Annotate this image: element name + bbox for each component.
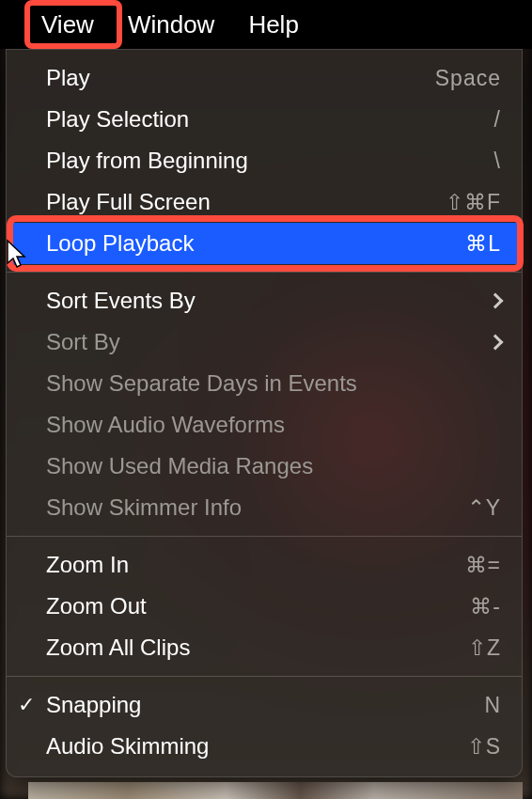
menu-item-label: Zoom Out: [46, 593, 470, 619]
view-menu-dropdown: Play Space Play Selection / Play from Be…: [6, 49, 523, 777]
menu-separator: [7, 676, 522, 677]
menu-item-label: Show Separate Days in Events: [46, 370, 501, 397]
menu-item-sort-by: Sort By: [7, 321, 522, 363]
menu-item-play-selection[interactable]: Play Selection /: [7, 99, 522, 140]
menu-item-show-used-media-ranges: Show Used Media Ranges: [7, 446, 522, 487]
menu-item-play-full-screen[interactable]: Play Full Screen ⇧⌘F: [7, 181, 522, 223]
menu-item-snapping[interactable]: ✓ Snapping N: [7, 684, 522, 726]
menu-item-zoom-all-clips[interactable]: Zoom All Clips ⇧Z: [7, 627, 522, 668]
menu-item-label: Audio Skimming: [46, 733, 467, 760]
menu-item-play[interactable]: Play Space: [7, 57, 522, 99]
menu-item-label: Play Full Screen: [46, 189, 446, 215]
menu-item-shortcut: ⌘=: [465, 553, 501, 578]
menu-item-play-from-beginning[interactable]: Play from Beginning \: [7, 140, 522, 181]
menu-item-shortcut: ⌘-: [470, 594, 501, 619]
menu-item-label: Loop Playback: [46, 230, 465, 257]
menu-item-label: Play: [46, 65, 435, 91]
menu-item-shortcut: N: [484, 693, 501, 718]
timeline-strip: [28, 782, 523, 799]
menu-item-label: Zoom All Clips: [46, 634, 468, 661]
menu-item-label: Sort By: [46, 329, 490, 355]
menu-item-shortcut: ⇧Z: [468, 635, 501, 661]
menu-item-shortcut: ⇧⌘F: [446, 190, 501, 215]
menu-item-label: Snapping: [46, 692, 484, 718]
menubar-item-view[interactable]: View: [24, 0, 111, 49]
menu-item-label: Sort Events By: [46, 288, 490, 314]
menu-item-show-audio-waveforms: Show Audio Waveforms: [7, 404, 522, 446]
menu-item-label: Show Audio Waveforms: [46, 412, 501, 438]
menu-item-shortcut: ⇧S: [467, 734, 501, 760]
menu-item-label: Show Used Media Ranges: [46, 453, 501, 479]
menu-item-zoom-out[interactable]: Zoom Out ⌘-: [7, 586, 522, 627]
menu-item-shortcut: \: [494, 149, 501, 174]
menu-item-shortcut: /: [494, 107, 501, 133]
menu-item-sort-events-by[interactable]: Sort Events By: [7, 280, 522, 321]
menu-item-label: Play from Beginning: [46, 148, 494, 174]
menu-item-show-separate-days: Show Separate Days in Events: [7, 363, 522, 404]
menu-separator: [7, 272, 522, 273]
chevron-right-icon: [488, 293, 504, 309]
menu-item-label: Show Skimmer Info: [46, 494, 467, 521]
menubar-item-help[interactable]: Help: [231, 0, 315, 49]
menu-item-zoom-in[interactable]: Zoom In ⌘=: [7, 544, 522, 586]
menu-item-show-skimmer-info: Show Skimmer Info ⌃Y: [7, 487, 522, 528]
menu-item-loop-playback[interactable]: Loop Playback ⌘L: [7, 223, 522, 264]
menu-item-audio-skimming[interactable]: Audio Skimming ⇧S: [7, 726, 522, 767]
menu-item-label: Play Selection: [46, 106, 494, 133]
menu-item-shortcut: ⌘L: [465, 231, 501, 257]
menubar: View Window Help: [0, 0, 532, 49]
menu-separator: [7, 536, 522, 537]
menu-item-shortcut: ⌃Y: [467, 495, 501, 521]
chevron-right-icon: [488, 335, 504, 351]
menu-item-shortcut: Space: [435, 66, 501, 91]
menubar-item-window[interactable]: Window: [111, 0, 231, 49]
menu-item-label: Zoom In: [46, 552, 465, 578]
checkmark-icon: ✓: [18, 693, 35, 717]
